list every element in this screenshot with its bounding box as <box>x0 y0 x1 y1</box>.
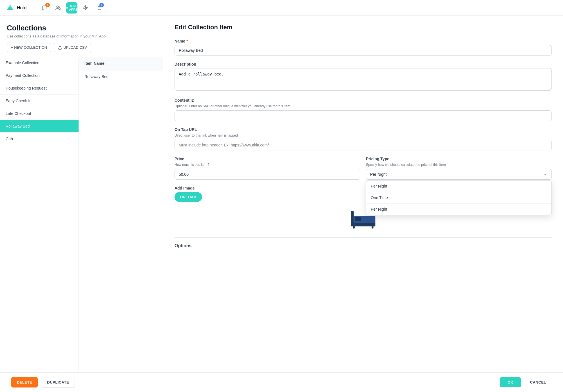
price-group: Price How much is this item? <box>175 157 360 180</box>
team-button[interactable] <box>53 2 64 14</box>
pricing-type-label: Pricing Type <box>366 157 552 161</box>
dropdown-item-one-time[interactable]: One Time <box>366 192 551 203</box>
collections-header: Collections Use collections as a databas… <box>0 16 163 43</box>
collections-title: Collections <box>7 24 156 32</box>
nav-app-name: Hotel ... <box>17 5 32 10</box>
lightning-button[interactable] <box>80 2 91 14</box>
collection-item-payment[interactable]: Payment Collection <box>0 69 79 82</box>
description-label: Description <box>175 62 552 66</box>
description-input[interactable]: Add a rollaway bed. <box>175 68 552 91</box>
right-panel[interactable]: Edit Collection Item Name * Description … <box>163 16 563 372</box>
pricing-dropdown: Per Night One Time Per Night <box>366 180 552 215</box>
chat-badge: 5 <box>45 3 50 7</box>
upload-csv-label: UPLOAD CSV <box>63 45 87 50</box>
price-label: Price <box>175 157 360 161</box>
delete-button[interactable]: DELETE <box>11 377 38 387</box>
options-section: Options <box>175 237 552 248</box>
notification-badge: 1 <box>99 3 104 7</box>
logo-icon <box>6 3 15 12</box>
item-row[interactable]: Rollaway Bed <box>79 70 163 83</box>
name-required: * <box>186 39 188 43</box>
collections-subtitle: Use collections as a database of informa… <box>7 34 156 38</box>
upload-button[interactable]: UPLOAD <box>175 192 202 202</box>
on-tap-url-group: On Tap URL Direct user to this link when… <box>175 127 552 150</box>
name-label: Name * <box>175 39 552 43</box>
svg-rect-18 <box>355 217 361 221</box>
upload-csv-button[interactable]: UPLOAD CSV <box>54 43 91 52</box>
action-bar-right: OK CANCEL <box>500 377 552 387</box>
mini-apps-button[interactable]: MINI APPS <box>66 2 77 14</box>
main-layout: Collections Use collections as a databas… <box>0 16 563 372</box>
cancel-button[interactable]: CANCEL <box>524 377 552 387</box>
svg-marker-7 <box>83 5 88 10</box>
pricing-type-select[interactable]: Per Night <box>366 169 552 180</box>
action-bar: DELETE DUPLICATE OK CANCEL <box>0 372 563 392</box>
duplicate-button[interactable]: DUPLICATE <box>41 377 75 387</box>
svg-point-2 <box>57 6 59 8</box>
list-area: Example CollectionPayment CollectionHous… <box>0 57 163 372</box>
content-id-group: Content ID Optional. Enter an SKU or oth… <box>175 98 552 121</box>
toolbar: + NEW COLLECTION UPLOAD CSV <box>0 43 163 57</box>
list-button[interactable]: 1 <box>93 2 104 14</box>
form-title: Edit Collection Item <box>175 24 552 31</box>
mini-apps-label: MINI APPS <box>69 5 77 11</box>
pricing-type-group: Pricing Type Specify how we should calcu… <box>366 157 552 180</box>
chat-button[interactable]: 5 <box>39 2 50 14</box>
chevron-up-icon <box>543 172 548 177</box>
ok-button[interactable]: OK <box>500 377 521 387</box>
name-input[interactable] <box>175 45 552 56</box>
collection-item-early-checkin[interactable]: Early Check-In <box>0 95 79 107</box>
on-tap-url-input[interactable] <box>175 140 552 150</box>
content-id-sublabel: Optional. Enter an SKU or other unique i… <box>175 104 552 108</box>
items-list: Item Name Rollaway Bed <box>79 57 163 372</box>
new-collection-button[interactable]: + NEW COLLECTION <box>7 43 51 52</box>
dropdown-item-per-night-2[interactable]: Per Night <box>366 203 551 215</box>
pricing-type-select-wrapper: Per Night Per Night One Time Per Night <box>366 169 552 180</box>
price-sublabel: How much is this item? <box>175 163 360 167</box>
svg-rect-6 <box>67 8 68 8</box>
pricing-type-sublabel: Specify how we should calculate the pric… <box>366 163 552 167</box>
items-rows: Rollaway Bed <box>79 70 163 83</box>
items-list-header: Item Name <box>79 57 163 70</box>
left-panel: Collections Use collections as a databas… <box>0 16 163 372</box>
collections-list: Example CollectionPayment CollectionHous… <box>0 57 79 372</box>
price-pricing-row: Price How much is this item? Pricing Typ… <box>175 157 552 186</box>
price-input[interactable] <box>175 169 360 180</box>
svg-rect-19 <box>353 226 355 228</box>
dropdown-item-per-night-1[interactable]: Per Night <box>366 181 551 192</box>
collection-item-rollaway-bed[interactable]: Rollaway Bed <box>0 120 79 133</box>
collection-item-example[interactable]: Example Collection <box>0 57 79 69</box>
svg-rect-4 <box>67 7 68 8</box>
on-tap-url-sublabel: Direct user to this link when item is ta… <box>175 133 552 137</box>
options-title: Options <box>175 243 552 248</box>
pricing-type-selected: Per Night <box>370 172 386 177</box>
svg-rect-5 <box>66 8 67 8</box>
collection-item-crib[interactable]: Crib <box>0 133 79 145</box>
collection-item-housekeeping[interactable]: Housekeeping Request <box>0 82 79 95</box>
upload-icon <box>58 46 62 50</box>
name-group: Name * <box>175 39 552 56</box>
collection-item-late-checkout[interactable]: Late Checkout <box>0 107 79 120</box>
svg-rect-20 <box>372 226 374 228</box>
content-id-label: Content ID <box>175 98 552 103</box>
description-group: Description Add a rollaway bed. <box>175 62 552 92</box>
svg-rect-3 <box>66 7 67 8</box>
nav-items: 5 MINI APPS 1 <box>39 2 557 14</box>
on-tap-url-label: On Tap URL <box>175 127 552 132</box>
top-nav: Hotel ... 5 MINI APPS 1 <box>0 0 563 16</box>
content-id-input[interactable] <box>175 110 552 121</box>
svg-marker-1 <box>7 6 14 10</box>
nav-logo: Hotel ... <box>6 3 32 12</box>
action-bar-left: DELETE DUPLICATE <box>11 377 75 387</box>
